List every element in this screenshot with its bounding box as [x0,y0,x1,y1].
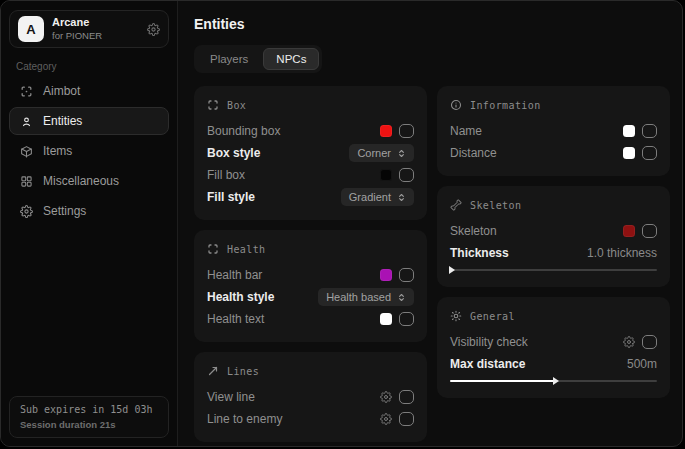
tab-players[interactable]: Players [197,48,261,70]
setting-row: View line [207,386,414,408]
diagonal-arrow-icon [207,365,219,377]
checkbox[interactable] [399,390,414,404]
row-label: Distance [450,146,497,160]
box-style-dropdown[interactable]: Corner [349,144,414,162]
checkbox[interactable] [399,168,414,182]
brand-card: A Arcane for PIONER [9,10,169,48]
color-swatch[interactable] [380,313,392,325]
grid-icon [20,175,33,188]
card-title: Information [470,100,541,111]
setting-row: Skeleton [450,220,657,242]
card-health: Health Health bar Health style Health ba… [194,230,427,342]
max-distance-value: 500m [627,357,657,371]
main-panel: Entities Players NPCs Box Bounding box [178,1,682,446]
row-label: Visibility check [450,335,528,349]
logo-letter: A [26,22,35,37]
sidebar-item-aimbot[interactable]: Aimbot [9,77,169,105]
color-swatch[interactable] [380,269,392,281]
subscription-box: Sub expires in 15d 03h Session duration … [9,396,169,438]
corners-icon [207,99,219,111]
sidebar-item-label: Aimbot [43,84,80,98]
sidebar-item-settings[interactable]: Settings [9,197,169,225]
left-column: Box Bounding box Box style Corner [194,86,427,442]
slider-handle[interactable] [449,266,455,274]
row-label: Health style [207,290,274,304]
arcane-window: A Arcane for PIONER Category Aimbot [0,0,683,447]
sidebar-item-entities[interactable]: Entities [9,107,169,135]
max-distance-slider[interactable] [450,377,657,386]
sidebar-item-label: Miscellaneous [43,174,119,188]
checkbox[interactable] [642,124,657,138]
card-title: Skeleton [470,200,521,211]
sidebar-spacer [9,225,169,396]
card-title: General [470,311,515,322]
slider-track [450,269,657,271]
tab-npcs[interactable]: NPCs [263,48,319,70]
row-label: View line [207,390,255,404]
card-columns: Box Bounding box Box style Corner [194,86,670,442]
page-title: Entities [194,16,670,32]
row-label: Bounding box [207,124,280,138]
row-label: Health text [207,312,264,326]
info-icon [450,99,462,111]
person-scan-icon [20,115,33,128]
row-label: Thickness [450,246,509,260]
bone-icon [450,199,462,211]
card-title: Box [227,100,246,111]
card-information: Information Name Distance [437,86,670,176]
color-swatch[interactable] [623,125,635,137]
sidebar-item-label: Settings [43,204,86,218]
fill-style-dropdown[interactable]: Gradient [341,188,414,206]
checkbox[interactable] [642,146,657,160]
setting-row: Health text [207,308,414,330]
sidebar-item-miscellaneous[interactable]: Miscellaneous [9,167,169,195]
slider-handle[interactable] [553,377,559,385]
color-swatch[interactable] [380,169,392,181]
setting-row: Name [450,120,657,142]
card-title: Health [227,244,266,255]
health-style-dropdown[interactable]: Health based [318,288,414,306]
app-logo: A [18,16,44,42]
thickness-slider[interactable] [450,266,657,275]
setting-row: Max distance 500m [450,353,657,375]
checkbox[interactable] [399,268,414,282]
category-label: Category [16,61,162,72]
row-label: Max distance [450,357,525,371]
setting-row: Distance [450,142,657,164]
thickness-value: 1.0 thickness [587,246,657,260]
cube-icon [20,145,33,158]
checkbox[interactable] [399,312,414,326]
sidebar-item-label: Items [43,144,72,158]
color-swatch[interactable] [380,125,392,137]
card-lines: Lines View line Line to enemy [194,352,427,442]
gear-icon [20,205,33,218]
sidebar-item-items[interactable]: Items [9,137,169,165]
checkbox[interactable] [642,224,657,238]
chevron-up-down-icon [397,193,406,202]
dropdown-value: Corner [357,147,391,159]
gear-icon[interactable] [623,336,635,348]
app-subtitle: for PIONER [52,30,102,41]
gear-icon[interactable] [380,391,392,403]
row-label: Box style [207,146,260,160]
chevron-up-down-icon [397,293,406,302]
corners-icon [207,243,219,255]
sun-icon [450,310,462,322]
row-label: Name [450,124,482,138]
gear-icon[interactable] [380,413,392,425]
row-label: Health bar [207,268,262,282]
color-swatch[interactable] [623,147,635,159]
session-duration-text: Session duration 21s [20,419,158,430]
sub-expiry-text: Sub expires in 15d 03h [20,404,158,415]
chevron-up-down-icon [397,149,406,158]
color-swatch[interactable] [623,225,635,237]
slider-fill [450,380,554,382]
card-skeleton: Skeleton Skeleton Thickness 1.0 thicknes… [437,186,670,287]
checkbox[interactable] [399,124,414,138]
checkbox[interactable] [399,412,414,426]
gear-icon[interactable] [147,23,160,36]
checkbox[interactable] [642,335,657,349]
sidebar-item-label: Entities [43,114,82,128]
row-label: Line to enemy [207,412,282,426]
row-label: Skeleton [450,224,497,238]
